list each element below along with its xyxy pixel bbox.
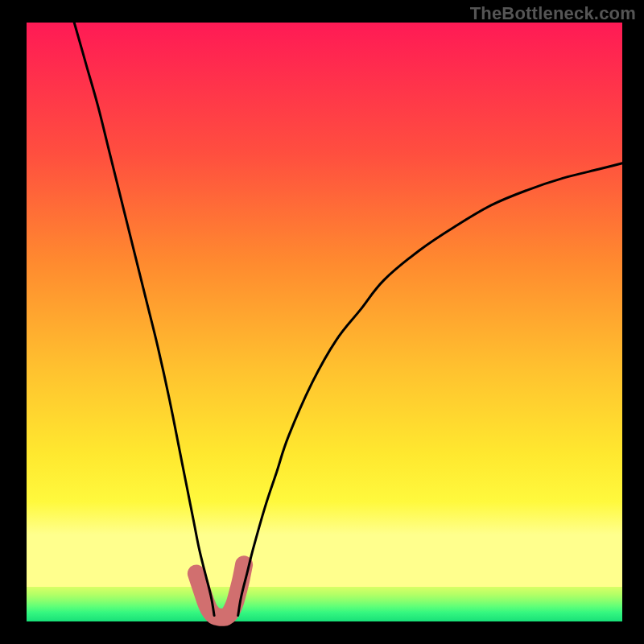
chart-svg — [0, 0, 644, 644]
chart-stage: { "watermark": "TheBottleneck.com", "col… — [0, 0, 644, 644]
plot-area — [27, 23, 622, 621]
watermark-text: TheBottleneck.com — [470, 3, 636, 24]
